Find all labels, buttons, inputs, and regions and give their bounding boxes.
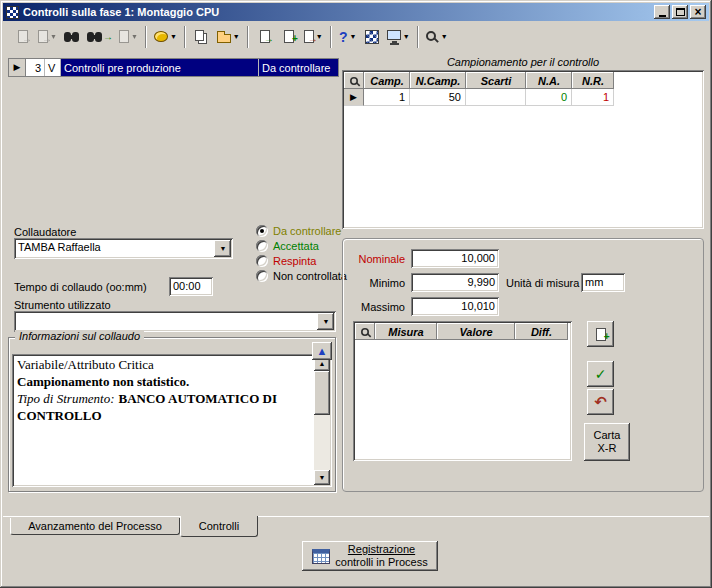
strumento-dropdown-button[interactable]: ▼ [317,313,334,330]
carta-line-1: Carta [594,429,621,442]
collaudatore-combobox[interactable]: TAMBA Raffaella ▼ [14,238,233,259]
info-scrollbar[interactable]: ▲ ▼ [314,356,330,485]
massimo-input[interactable]: 10,010 [411,297,499,316]
phase-row-indicator: ▶ [9,59,26,76]
unita-input[interactable]: mm [581,273,625,292]
down-arrow-icon: ▼ [319,474,326,481]
confirm-button[interactable]: ✓ [587,361,614,387]
radio-button-icon [256,225,268,237]
phase-number-cell[interactable]: 3 [26,59,45,76]
phase-status-cell[interactable]: Da controllare [259,59,338,76]
minimize-button[interactable] [654,5,670,19]
paste-button[interactable]: ▼ [214,25,243,49]
row-indicator-icon: ▶ [350,93,357,102]
maximize-button[interactable] [672,5,688,19]
phase-grid: ▶ 3 V Controlli pre produzione Da contro… [8,58,339,77]
undo-button[interactable]: ↶ [587,389,614,415]
row-indicator-icon: ▶ [14,63,21,72]
toolbar-separator [247,26,249,48]
chevron-down-icon: ▼ [220,245,227,252]
strumento-combobox[interactable]: ▼ [14,311,336,332]
info-textarea[interactable]: Variabile/Attributo Critica Campionament… [12,354,332,487]
close-icon: × [694,7,701,17]
add-record-icon: + [284,30,294,43]
measure-panel: Nominale 10,000 Minimo 9,990 Unità di mi… [342,238,704,492]
toolbar-separator [184,26,186,48]
radio-label: Non controllata [273,270,347,282]
radio-button-icon [256,255,268,267]
sampling-search-header [344,72,364,89]
info-line-1: Variabile/Attributo Critica [17,357,311,374]
measure-grid: Misura Valore Diff. [353,321,572,461]
minimize-icon [659,15,666,17]
carta-xr-button[interactable]: Carta X-R [584,423,630,461]
chevron-down-icon: ▼ [323,318,330,325]
toolbar-separator [330,26,332,48]
radio-non-controllata[interactable]: Non controllata [256,269,347,283]
filter-icon [119,30,129,43]
sampling-cell-scarti[interactable] [466,89,526,106]
scroll-down-button[interactable]: ▼ [314,470,330,485]
radio-respinta[interactable]: Respinta [256,254,316,268]
radio-accettata[interactable]: Accettata [256,239,319,253]
radio-button-icon [256,240,268,252]
sampling-cell-ncamp[interactable]: 50 [410,89,466,106]
zoom-button[interactable]: ▼ [423,25,451,49]
send-button[interactable]: → ▼ [35,25,60,49]
currency-button[interactable]: ▼ [151,25,180,49]
find-icon [64,32,71,42]
sampling-row-indicator: ▶ [344,89,364,106]
sampling-cell-nr[interactable]: 1 [572,89,614,106]
post-button[interactable]: → [11,25,35,49]
radio-da-controllare[interactable]: Da controllare [256,224,341,238]
info-groupbox-title: Informazioni sul collaudo [15,330,144,342]
measure-col-diff: Diff. [515,323,568,340]
minimo-input[interactable]: 9,990 [411,273,499,292]
info-expand-button[interactable]: ▲ [312,342,332,360]
export-button[interactable]: → ▼ [301,25,326,49]
sampling-col-nr: N.R. [572,72,614,89]
copy-button[interactable] [190,25,214,49]
close-button[interactable]: × [690,5,706,19]
post-icon: → [18,30,28,43]
tab-controlli[interactable]: Controlli [180,516,258,537]
sampling-title: Campionamento per il controllo [342,56,704,68]
up-arrow-icon: ▲ [317,345,328,357]
export-icon: → [304,30,314,43]
info-groupbox: Informazioni sul collaudo ▲ Variabile/At… [8,337,336,492]
process-flag-icon [365,30,379,44]
tempo-input[interactable]: 00:00 [169,277,213,296]
find-next-button[interactable]: → [84,25,116,49]
check-out-button[interactable]: → [253,25,277,49]
nominale-input[interactable]: 10,000 [411,249,499,268]
check-icon: ✓ [595,366,607,382]
measure-header-row: Misura Valore Diff. [355,323,570,340]
register-button-text: Registrazione controlli in Process [335,543,427,569]
sampling-col-na: N.A. [526,72,572,89]
help-icon: ? [339,30,348,44]
grid-icon [312,549,330,564]
scroll-thumb[interactable] [314,371,330,415]
phase-flag-cell[interactable]: V [45,59,61,76]
sampling-cell-na[interactable]: 0 [526,89,572,106]
sampling-cell-camp[interactable]: 1 [364,89,410,106]
add-record-button[interactable]: + [277,25,301,49]
phase-name-cell[interactable]: Controlli pre produzione [61,59,259,76]
register-button[interactable]: Registrazione controlli in Process [302,541,438,571]
collaudatore-dropdown-button[interactable]: ▼ [214,240,231,257]
carta-line-2: X-R [598,442,617,455]
titlebar: Controlli sulla fase 1: Montaggio CPU × [3,3,709,21]
register-line-2: controlli in Process [335,556,427,568]
preview-button[interactable]: ▼ [384,25,413,49]
filter-button[interactable]: ▼ [116,25,141,49]
chevron-down-icon: ▼ [233,33,240,40]
massimo-label: Massimo [347,301,405,313]
process-flag-button[interactable] [360,25,384,49]
add-measure-button[interactable]: + [587,321,614,347]
tab-avanzamento-processo[interactable]: Avanzamento del Processo [10,518,180,535]
magnifier-icon [361,328,369,336]
preview-icon [387,30,401,40]
sampling-header-row: Camp. N.Camp. Scarti N.A. N.R. [344,72,702,89]
help-button[interactable]: ? ▼ [336,25,360,49]
find-button[interactable] [60,25,84,49]
